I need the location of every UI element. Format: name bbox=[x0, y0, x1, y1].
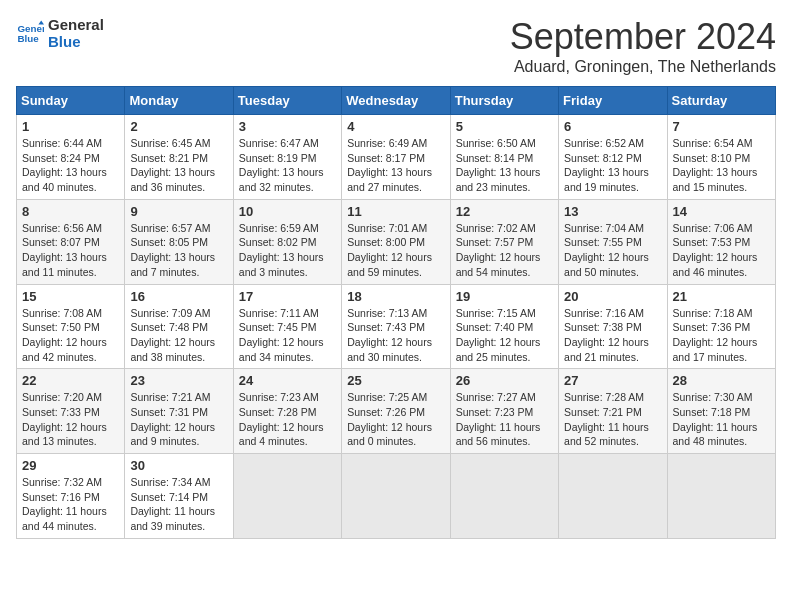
calendar-cell: 17Sunrise: 7:11 AM Sunset: 7:45 PM Dayli… bbox=[233, 284, 341, 369]
day-number: 6 bbox=[564, 119, 661, 134]
calendar-cell: 5Sunrise: 6:50 AM Sunset: 8:14 PM Daylig… bbox=[450, 115, 558, 200]
calendar-header-row: SundayMondayTuesdayWednesdayThursdayFrid… bbox=[17, 87, 776, 115]
calendar-cell: 23Sunrise: 7:21 AM Sunset: 7:31 PM Dayli… bbox=[125, 369, 233, 454]
day-number: 19 bbox=[456, 289, 553, 304]
day-info: Sunrise: 7:09 AM Sunset: 7:48 PM Dayligh… bbox=[130, 306, 227, 365]
day-number: 9 bbox=[130, 204, 227, 219]
day-number: 3 bbox=[239, 119, 336, 134]
day-info: Sunrise: 6:49 AM Sunset: 8:17 PM Dayligh… bbox=[347, 136, 444, 195]
day-info: Sunrise: 7:30 AM Sunset: 7:18 PM Dayligh… bbox=[673, 390, 770, 449]
calendar-cell: 28Sunrise: 7:30 AM Sunset: 7:18 PM Dayli… bbox=[667, 369, 775, 454]
day-info: Sunrise: 7:32 AM Sunset: 7:16 PM Dayligh… bbox=[22, 475, 119, 534]
calendar-week-4: 22Sunrise: 7:20 AM Sunset: 7:33 PM Dayli… bbox=[17, 369, 776, 454]
calendar-cell bbox=[342, 454, 450, 539]
calendar-week-3: 15Sunrise: 7:08 AM Sunset: 7:50 PM Dayli… bbox=[17, 284, 776, 369]
calendar-cell bbox=[450, 454, 558, 539]
day-info: Sunrise: 7:28 AM Sunset: 7:21 PM Dayligh… bbox=[564, 390, 661, 449]
month-title: September 2024 bbox=[510, 16, 776, 58]
calendar-table: SundayMondayTuesdayWednesdayThursdayFrid… bbox=[16, 86, 776, 539]
day-info: Sunrise: 6:47 AM Sunset: 8:19 PM Dayligh… bbox=[239, 136, 336, 195]
calendar-cell: 25Sunrise: 7:25 AM Sunset: 7:26 PM Dayli… bbox=[342, 369, 450, 454]
svg-text:Blue: Blue bbox=[17, 33, 39, 44]
day-number: 30 bbox=[130, 458, 227, 473]
calendar-cell: 29Sunrise: 7:32 AM Sunset: 7:16 PM Dayli… bbox=[17, 454, 125, 539]
day-number: 20 bbox=[564, 289, 661, 304]
logo-icon: General Blue bbox=[16, 19, 44, 47]
day-info: Sunrise: 7:06 AM Sunset: 7:53 PM Dayligh… bbox=[673, 221, 770, 280]
day-number: 24 bbox=[239, 373, 336, 388]
calendar-cell: 16Sunrise: 7:09 AM Sunset: 7:48 PM Dayli… bbox=[125, 284, 233, 369]
day-info: Sunrise: 7:16 AM Sunset: 7:38 PM Dayligh… bbox=[564, 306, 661, 365]
calendar-cell: 30Sunrise: 7:34 AM Sunset: 7:14 PM Dayli… bbox=[125, 454, 233, 539]
day-info: Sunrise: 6:54 AM Sunset: 8:10 PM Dayligh… bbox=[673, 136, 770, 195]
day-info: Sunrise: 7:34 AM Sunset: 7:14 PM Dayligh… bbox=[130, 475, 227, 534]
calendar-week-5: 29Sunrise: 7:32 AM Sunset: 7:16 PM Dayli… bbox=[17, 454, 776, 539]
calendar-cell: 18Sunrise: 7:13 AM Sunset: 7:43 PM Dayli… bbox=[342, 284, 450, 369]
day-number: 17 bbox=[239, 289, 336, 304]
column-header-sunday: Sunday bbox=[17, 87, 125, 115]
day-number: 5 bbox=[456, 119, 553, 134]
calendar-cell: 13Sunrise: 7:04 AM Sunset: 7:55 PM Dayli… bbox=[559, 199, 667, 284]
logo-blue: Blue bbox=[48, 33, 104, 50]
day-number: 4 bbox=[347, 119, 444, 134]
day-info: Sunrise: 6:44 AM Sunset: 8:24 PM Dayligh… bbox=[22, 136, 119, 195]
day-info: Sunrise: 7:08 AM Sunset: 7:50 PM Dayligh… bbox=[22, 306, 119, 365]
calendar-cell: 15Sunrise: 7:08 AM Sunset: 7:50 PM Dayli… bbox=[17, 284, 125, 369]
day-info: Sunrise: 6:52 AM Sunset: 8:12 PM Dayligh… bbox=[564, 136, 661, 195]
calendar-cell: 14Sunrise: 7:06 AM Sunset: 7:53 PM Dayli… bbox=[667, 199, 775, 284]
day-number: 22 bbox=[22, 373, 119, 388]
day-info: Sunrise: 6:59 AM Sunset: 8:02 PM Dayligh… bbox=[239, 221, 336, 280]
calendar-cell: 4Sunrise: 6:49 AM Sunset: 8:17 PM Daylig… bbox=[342, 115, 450, 200]
column-header-wednesday: Wednesday bbox=[342, 87, 450, 115]
logo: General Blue General Blue bbox=[16, 16, 104, 50]
day-number: 13 bbox=[564, 204, 661, 219]
calendar-cell: 8Sunrise: 6:56 AM Sunset: 8:07 PM Daylig… bbox=[17, 199, 125, 284]
column-header-friday: Friday bbox=[559, 87, 667, 115]
day-number: 10 bbox=[239, 204, 336, 219]
day-info: Sunrise: 7:23 AM Sunset: 7:28 PM Dayligh… bbox=[239, 390, 336, 449]
calendar-cell: 9Sunrise: 6:57 AM Sunset: 8:05 PM Daylig… bbox=[125, 199, 233, 284]
day-info: Sunrise: 7:25 AM Sunset: 7:26 PM Dayligh… bbox=[347, 390, 444, 449]
day-info: Sunrise: 6:57 AM Sunset: 8:05 PM Dayligh… bbox=[130, 221, 227, 280]
calendar-cell: 20Sunrise: 7:16 AM Sunset: 7:38 PM Dayli… bbox=[559, 284, 667, 369]
day-number: 11 bbox=[347, 204, 444, 219]
calendar-cell bbox=[233, 454, 341, 539]
calendar-cell: 22Sunrise: 7:20 AM Sunset: 7:33 PM Dayli… bbox=[17, 369, 125, 454]
day-info: Sunrise: 7:20 AM Sunset: 7:33 PM Dayligh… bbox=[22, 390, 119, 449]
day-number: 29 bbox=[22, 458, 119, 473]
day-info: Sunrise: 6:45 AM Sunset: 8:21 PM Dayligh… bbox=[130, 136, 227, 195]
day-info: Sunrise: 7:21 AM Sunset: 7:31 PM Dayligh… bbox=[130, 390, 227, 449]
calendar-cell: 3Sunrise: 6:47 AM Sunset: 8:19 PM Daylig… bbox=[233, 115, 341, 200]
day-number: 27 bbox=[564, 373, 661, 388]
page-header: General Blue General Blue September 2024… bbox=[16, 16, 776, 76]
calendar-cell: 1Sunrise: 6:44 AM Sunset: 8:24 PM Daylig… bbox=[17, 115, 125, 200]
day-number: 25 bbox=[347, 373, 444, 388]
calendar-cell: 2Sunrise: 6:45 AM Sunset: 8:21 PM Daylig… bbox=[125, 115, 233, 200]
calendar-cell: 10Sunrise: 6:59 AM Sunset: 8:02 PM Dayli… bbox=[233, 199, 341, 284]
day-number: 12 bbox=[456, 204, 553, 219]
logo-general: General bbox=[48, 16, 104, 33]
calendar-week-1: 1Sunrise: 6:44 AM Sunset: 8:24 PM Daylig… bbox=[17, 115, 776, 200]
calendar-cell bbox=[559, 454, 667, 539]
day-number: 18 bbox=[347, 289, 444, 304]
day-info: Sunrise: 6:50 AM Sunset: 8:14 PM Dayligh… bbox=[456, 136, 553, 195]
day-number: 7 bbox=[673, 119, 770, 134]
day-info: Sunrise: 7:13 AM Sunset: 7:43 PM Dayligh… bbox=[347, 306, 444, 365]
calendar-cell: 6Sunrise: 6:52 AM Sunset: 8:12 PM Daylig… bbox=[559, 115, 667, 200]
day-number: 26 bbox=[456, 373, 553, 388]
calendar-cell: 21Sunrise: 7:18 AM Sunset: 7:36 PM Dayli… bbox=[667, 284, 775, 369]
calendar-cell: 11Sunrise: 7:01 AM Sunset: 8:00 PM Dayli… bbox=[342, 199, 450, 284]
calendar-week-2: 8Sunrise: 6:56 AM Sunset: 8:07 PM Daylig… bbox=[17, 199, 776, 284]
calendar-cell: 19Sunrise: 7:15 AM Sunset: 7:40 PM Dayli… bbox=[450, 284, 558, 369]
day-info: Sunrise: 7:01 AM Sunset: 8:00 PM Dayligh… bbox=[347, 221, 444, 280]
day-info: Sunrise: 7:15 AM Sunset: 7:40 PM Dayligh… bbox=[456, 306, 553, 365]
calendar-cell: 26Sunrise: 7:27 AM Sunset: 7:23 PM Dayli… bbox=[450, 369, 558, 454]
day-info: Sunrise: 6:56 AM Sunset: 8:07 PM Dayligh… bbox=[22, 221, 119, 280]
location-subtitle: Aduard, Groningen, The Netherlands bbox=[510, 58, 776, 76]
column-header-saturday: Saturday bbox=[667, 87, 775, 115]
day-info: Sunrise: 7:18 AM Sunset: 7:36 PM Dayligh… bbox=[673, 306, 770, 365]
day-info: Sunrise: 7:11 AM Sunset: 7:45 PM Dayligh… bbox=[239, 306, 336, 365]
day-number: 23 bbox=[130, 373, 227, 388]
column-header-monday: Monday bbox=[125, 87, 233, 115]
column-header-thursday: Thursday bbox=[450, 87, 558, 115]
